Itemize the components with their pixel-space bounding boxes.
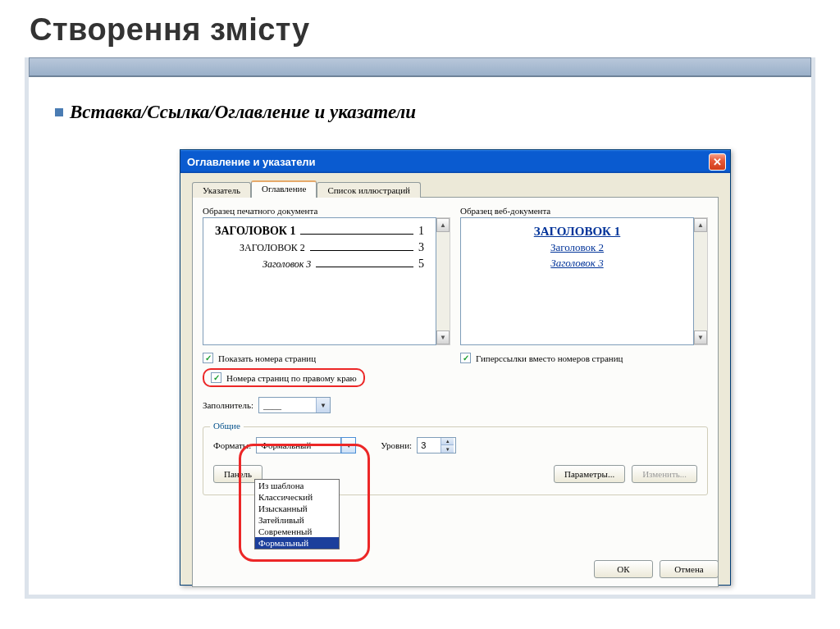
tab-panel: Образец печатного документа ЗАГОЛОВОК 11…: [192, 197, 719, 587]
print-preview: ЗАГОЛОВОК 11 ЗАГОЛОВОК 23 Заголовок 35: [203, 217, 436, 345]
scroll-down-icon[interactable]: ▼: [694, 330, 707, 344]
scroll-up-icon[interactable]: ▲: [694, 218, 707, 232]
format-option[interactable]: Из шаблона: [255, 480, 339, 491]
levels-stepper[interactable]: ▲▼: [417, 437, 456, 454]
chk-hyperlinks[interactable]: ✓ Гиперссылки вместо номеров страниц: [460, 353, 708, 363]
web-preview-label: Образец веб-документа: [460, 206, 708, 216]
print-preview-scrollbar[interactable]: ▲ ▼: [436, 217, 450, 345]
format-option[interactable]: Затейливый: [255, 514, 339, 526]
bullet-text: Вставка/Ссылка/Оглавление и указатели: [70, 102, 416, 123]
filler-label: Заполнитель:: [203, 400, 253, 410]
close-icon: ✕: [713, 156, 722, 168]
web-preview: ЗАГОЛОВОК 1 Заголовок 2 Заголовок 3: [460, 217, 694, 345]
tab-strip: Указатель Оглавление Список иллюстраций: [192, 180, 719, 198]
content-frame: Вставка/Ссылка/Оглавление и указатели Ог…: [25, 57, 815, 599]
dialog-toc: Оглавление и указатели ✕ Указатель Оглав…: [180, 149, 731, 586]
checkbox-icon: ✓: [211, 372, 221, 383]
decorative-toolbar: [29, 57, 811, 77]
scroll-up-icon[interactable]: ▲: [436, 218, 450, 232]
checkbox-icon: ✓: [203, 353, 213, 363]
print-preview-label: Образец печатного документа: [203, 206, 450, 216]
slide-title: Створення змісту: [25, 12, 815, 48]
cancel-button[interactable]: Отмена: [660, 560, 719, 578]
chk-show-pages[interactable]: ✓ Показать номера страниц: [203, 353, 450, 363]
format-option-selected[interactable]: Формальный: [255, 537, 339, 549]
titlebar-title: Оглавление и указатели: [187, 156, 316, 168]
levels-label: Уровни:: [381, 440, 412, 450]
close-button[interactable]: ✕: [709, 153, 726, 171]
web-preview-scrollbar[interactable]: ▲ ▼: [694, 217, 708, 345]
chevron-down-icon: ▼: [316, 398, 330, 412]
formats-dropdown-list[interactable]: Из шаблона Классический Изысканный Затей…: [254, 479, 340, 549]
tab-illustrations[interactable]: Список иллюстраций: [317, 182, 421, 198]
format-option[interactable]: Современный: [255, 526, 339, 537]
modify-button: Изменить...: [632, 465, 697, 483]
formats-dropdown[interactable]: Формальный ▼: [256, 437, 356, 454]
checkbox-icon: ✓: [460, 353, 471, 363]
group-legend: Общие: [210, 421, 244, 431]
bullet-icon: [55, 108, 63, 116]
tab-toc[interactable]: Оглавление: [251, 180, 317, 198]
spin-up-icon[interactable]: ▲: [441, 438, 454, 445]
ok-button[interactable]: ОК: [594, 560, 653, 578]
spin-down-icon[interactable]: ▼: [441, 445, 454, 453]
highlight-right-align: ✓ Номера страниц по правому краю: [203, 368, 365, 387]
filler-dropdown[interactable]: ____ ▼: [258, 397, 331, 413]
params-button[interactable]: Параметры...: [554, 465, 625, 483]
titlebar[interactable]: Оглавление и указатели ✕: [180, 150, 730, 173]
chevron-down-icon: ▼: [341, 438, 355, 453]
levels-input[interactable]: [418, 440, 441, 450]
format-option[interactable]: Классический: [255, 491, 339, 503]
chk-right-align[interactable]: ✓ Номера страниц по правому краю: [211, 372, 357, 383]
format-option[interactable]: Изысканный: [255, 503, 339, 514]
tab-index[interactable]: Указатель: [192, 182, 251, 198]
formats-label: Форматы:: [213, 440, 251, 450]
scroll-down-icon[interactable]: ▼: [436, 330, 450, 344]
